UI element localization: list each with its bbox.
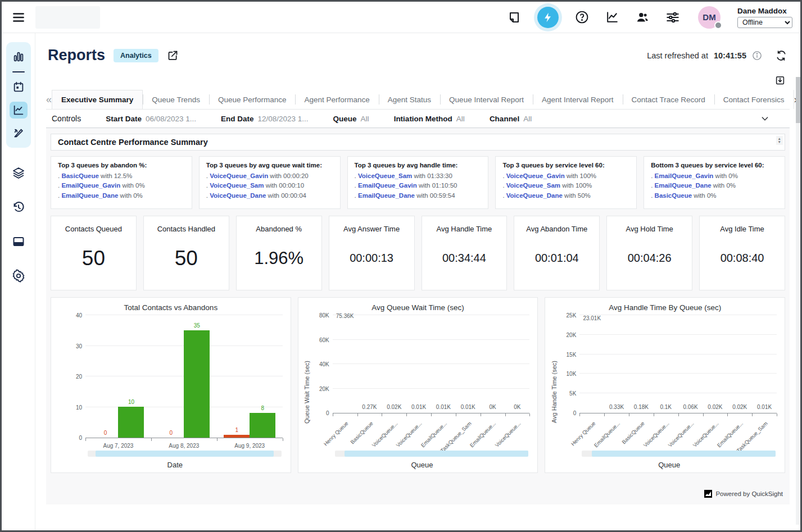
main-content: Reports Analytics Last refreshed at 10:4…: [35, 33, 800, 530]
tab-agent-interval-report[interactable]: Agent Interval Report: [533, 90, 623, 109]
boost-lightning-icon[interactable]: [537, 7, 559, 28]
status-select[interactable]: Offline: [737, 17, 792, 28]
bar-value-label: 0.02K: [387, 404, 401, 410]
bar-value-label: 10: [128, 399, 134, 405]
tab-contact-trace-record[interactable]: Contact Trace Record: [623, 90, 714, 109]
summary-item: . VoiceQueue_Dane with 50%: [502, 191, 629, 201]
plot-column: 05K10K15K20K25K23.01K0.33K0.18K0.1K0.06K…: [558, 315, 780, 469]
plot-column: 020K40K60K80K75.36K0.27K0.02K0.01K0.01K0…: [311, 315, 533, 469]
line-chart-icon[interactable]: [10, 102, 28, 119]
filter-start-date[interactable]: Start Date06/08/2023 1...: [106, 115, 196, 123]
bar-chart-icon[interactable]: [10, 48, 28, 65]
hamburger-menu-icon[interactable]: [2, 10, 35, 25]
section-stepper[interactable]: ▲▼: [776, 136, 783, 145]
chart-body: Queue Wait Time (sec)020K40K60K80K75.36K…: [303, 315, 533, 469]
calendar-icon[interactable]: [10, 79, 28, 96]
chart-hscrollbar-thumb[interactable]: [96, 451, 274, 457]
filter-queue[interactable]: QueueAll: [333, 115, 369, 123]
filter-intiation-method[interactable]: Intiation MethodAll: [394, 115, 465, 123]
filter-label: Intiation Method: [394, 115, 452, 123]
tab-executive-summary[interactable]: Executive Summary: [52, 90, 143, 109]
summary-item: . EmailQueue_Gavin with 0%: [58, 181, 185, 190]
queue-name-link: VoiceQueue_Sam: [506, 182, 560, 189]
queue-name-link: VoiceQueue_Dane: [506, 192, 563, 199]
bars-layer: 75.36K0.27K0.02K0.01K0.01K0.01K0K0K: [333, 315, 530, 413]
tabs-scroll-left-icon[interactable]: «: [46, 90, 52, 109]
history-icon[interactable]: [10, 199, 28, 216]
notes-icon[interactable]: [507, 10, 522, 25]
filter-channel[interactable]: ChannelAll: [490, 115, 532, 123]
tab-agent-performance[interactable]: Agent Performance: [295, 90, 378, 109]
sidebar: [2, 33, 35, 530]
kpi-label: Contacts Queued: [65, 225, 122, 233]
plot-area: 01020304001003518: [85, 315, 283, 438]
window-icon[interactable]: [10, 233, 28, 250]
chart-body: 01020304001003518Aug 7, 2023Aug 8, 2023A…: [56, 315, 286, 469]
chart-hscrollbar: [335, 451, 529, 457]
powered-by-text: Powered by QuickSight: [715, 490, 783, 497]
tab-contact-forensics[interactable]: Contact Forensics: [714, 90, 794, 109]
chart-hscrollbar-thumb[interactable]: [345, 451, 528, 457]
preferences-icon[interactable]: [665, 10, 680, 25]
y-tick-label: 10: [76, 404, 82, 410]
tab-queue-trends[interactable]: Queue Trends: [143, 90, 209, 109]
layers-icon[interactable]: [10, 165, 28, 181]
sidebar-divider: [12, 71, 25, 72]
users-icon[interactable]: [635, 10, 650, 25]
filter-value: 12/08/2023 1...: [258, 115, 309, 123]
vertical-scrollbar-thumb[interactable]: [796, 77, 800, 123]
summary-item: . VoiceQueue_Sam with 01:33:30: [355, 171, 482, 181]
summary-item: . VoiceQueue_Sam with 100%: [502, 181, 629, 190]
bar-value-label: 0.33K: [609, 404, 624, 410]
y-tick-label: 20K: [319, 385, 329, 392]
y-tick-label: 40K: [319, 361, 329, 367]
filter-end-date[interactable]: End Date12/08/2023 1...: [221, 115, 309, 123]
queue-name-link: VoiceQueue_Gavin: [506, 172, 565, 179]
bar-slot: 0: [92, 430, 118, 438]
chart-hscrollbar-thumb[interactable]: [592, 451, 776, 457]
bar-value-label: 0.01K: [436, 404, 451, 410]
x-tick-label: Henry Queue: [569, 420, 596, 447]
y-axis-label: Avg Handle Time (sec): [550, 315, 558, 469]
vertical-scrollbar[interactable]: [796, 77, 800, 525]
tab-agent-status[interactable]: Agent Status: [379, 90, 440, 109]
bar-value-label: 0.27K: [362, 404, 377, 410]
kpi-label: Avg Idle Time: [720, 225, 764, 233]
kpi-card-avg-idle-time: Avg Idle Time00:08:40: [699, 216, 785, 290]
tab-queue-performance[interactable]: Queue Performance: [209, 90, 296, 109]
bar-value-label: 0.18K: [634, 404, 649, 410]
kpi-card-avg-answer-time: Avg Answer Time00:00:13: [329, 216, 415, 290]
last-refreshed-label: Last refreshed at: [647, 51, 708, 60]
download-icon[interactable]: [775, 75, 785, 85]
bar-value-label: 8: [261, 405, 264, 411]
help-icon[interactable]: [574, 10, 589, 25]
kpi-cards: Contacts Queued50Contacts Handled50Aband…: [51, 216, 785, 290]
bar-value-label: 0.02K: [708, 404, 722, 410]
bar-slot: 0.33K: [604, 404, 629, 413]
queue-name-link: EmailQueue_Dane: [655, 182, 712, 189]
x-tick-label: Henry Queue: [323, 420, 350, 447]
x-axis-title: Date: [64, 461, 286, 469]
kpi-card-contacts-handled: Contacts Handled50: [143, 216, 229, 290]
design-icon[interactable]: [10, 125, 28, 142]
bar-slot: 0.02K: [727, 404, 752, 413]
controls-expand-icon[interactable]: [760, 114, 784, 123]
y-tick-label: 10K: [567, 371, 577, 377]
y-tick-label: 25K: [567, 312, 577, 319]
kpi-value: 00:01:04: [535, 233, 579, 290]
chart-avg-handle-time-by-queue: Avg Handle Time By Queue (sec)Avg Handle…: [545, 297, 785, 473]
y-axis-label-text: Avg Handle Time (sec): [551, 361, 558, 423]
summary-card: Bottom 3 queues by service level 60:. Em…: [644, 156, 785, 209]
tab-queue-interval-report[interactable]: Queue Interval Report: [440, 90, 533, 109]
kpi-value: 1.96%: [254, 233, 303, 290]
kpi-label: Avg Abandon Time: [526, 225, 587, 233]
gear-icon[interactable]: [10, 267, 28, 284]
bars-layer: 23.01K0.33K0.18K0.1K0.06K0.02K0.02K0.01K: [579, 315, 777, 413]
info-icon[interactable]: [752, 51, 762, 61]
refresh-icon[interactable]: [776, 50, 787, 61]
metrics-icon[interactable]: [605, 10, 619, 25]
y-tick-label: 0: [573, 410, 577, 416]
external-link-icon[interactable]: [167, 49, 179, 61]
plot-column: 01020304001003518Aug 7, 2023Aug 8, 2023A…: [64, 315, 286, 469]
chart-total-contacts-vs-abandons: Total Contacts vs Abandons01020304001003…: [51, 297, 291, 473]
